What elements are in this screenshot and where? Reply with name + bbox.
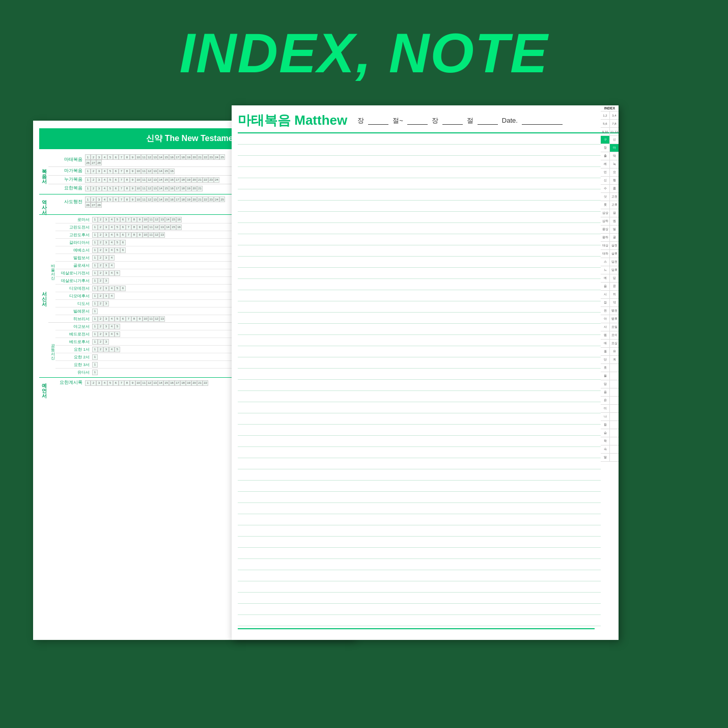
note-line: [238, 537, 601, 548]
note-line: [238, 178, 601, 189]
note-line: [238, 402, 601, 413]
note-line: [238, 279, 601, 290]
note-line: [238, 425, 601, 436]
note-line: [238, 391, 601, 402]
note-line: [238, 245, 601, 257]
note-line: [238, 346, 601, 357]
note-line: [238, 481, 601, 492]
note-line: [238, 380, 601, 391]
note-line: [238, 436, 601, 447]
note-line: [238, 167, 601, 178]
note-line: [238, 581, 601, 593]
note-line: [238, 145, 601, 156]
note-line: [238, 234, 601, 245]
note-line: [238, 290, 601, 301]
note-lines-area: [238, 133, 601, 626]
book-label: 요한계시록: [48, 380, 85, 386]
field-line-2[interactable]: [407, 117, 428, 125]
note-line: [238, 212, 601, 223]
field-line-4[interactable]: [478, 117, 498, 125]
field-label-1: 장: [357, 116, 364, 125]
right-index-sidebar: INDEX1,23,45,67,89,1011,12구신창마출막레눅민요신행수롬…: [601, 105, 619, 640]
page-title: INDEX, NOTE: [180, 20, 549, 85]
note-book-title: 마태복음 Matthew: [238, 111, 347, 129]
note-line: [238, 604, 601, 615]
note-line: [238, 324, 601, 335]
note-line: [238, 413, 601, 425]
note-line: [238, 593, 601, 604]
note-line: [238, 514, 601, 525]
note-line: [238, 156, 601, 167]
bottom-divider: [238, 628, 595, 629]
book-label: 사도행전: [48, 199, 85, 205]
note-line: [238, 369, 601, 380]
field-label-4: 절: [467, 116, 473, 125]
note-line: [238, 559, 601, 570]
book-label: 누가복음: [48, 177, 85, 183]
note-line: [238, 133, 601, 145]
note-line: [238, 201, 601, 212]
note-line: [238, 257, 601, 268]
right-page-note: INDEX1,23,45,67,89,1011,12구신창마출막레눅민요신행수롬…: [232, 105, 619, 640]
note-line: [238, 189, 601, 201]
field-label-2: 절~: [393, 116, 403, 125]
note-line: [238, 525, 601, 537]
note-fields: 장 절~ 장 절 Date.: [357, 116, 563, 125]
note-line: [238, 301, 601, 313]
note-line: [238, 357, 601, 369]
note-line: [238, 615, 601, 626]
book-label: 마태복음: [48, 157, 85, 163]
book-label: 요한복음: [48, 185, 85, 191]
field-line-1[interactable]: [368, 117, 388, 125]
note-line: [238, 335, 601, 346]
field-line-3[interactable]: [442, 117, 463, 125]
note-line: [238, 570, 601, 581]
note-line: [238, 548, 601, 559]
note-line: [238, 223, 601, 234]
pages-container: INDEX 1,2 3,4 5,6 7,8 9,10 11,12 구 신 창 마: [33, 105, 695, 665]
note-line: [238, 268, 601, 279]
book-label: 마가복음: [48, 168, 85, 174]
note-header: 마태복음 Matthew 장 절~ 장 절 Date.: [238, 111, 619, 133]
field-line-date[interactable]: [522, 117, 563, 125]
note-line: [238, 458, 601, 469]
note-line: [238, 503, 601, 514]
note-line: [238, 313, 601, 324]
note-line: [238, 469, 601, 481]
note-line: [238, 492, 601, 503]
field-label-3: 장: [432, 116, 438, 125]
field-label-date: Date.: [502, 117, 518, 124]
note-line: [238, 447, 601, 458]
